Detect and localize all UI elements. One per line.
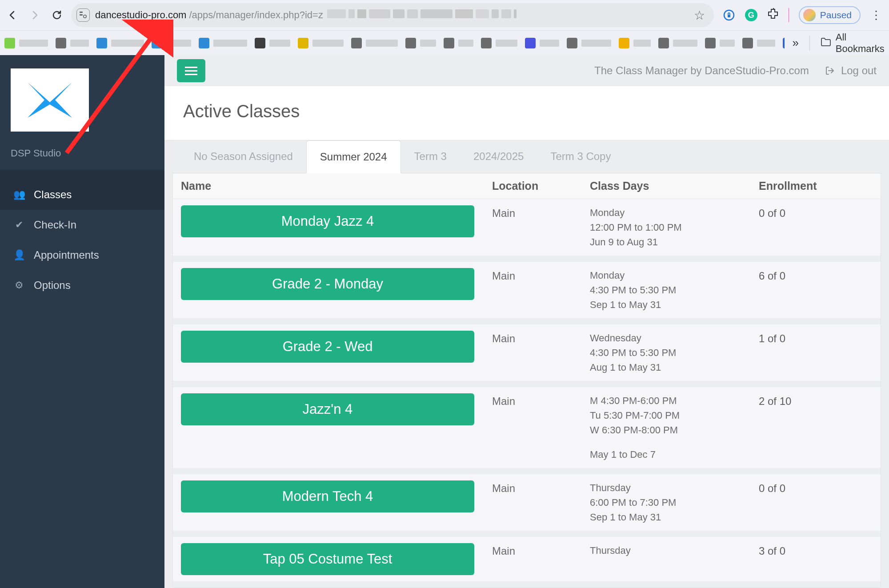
bookmark-item[interactable]	[742, 38, 777, 48]
bookmark-star-icon[interactable]: ☆	[694, 8, 705, 23]
table-row: Monday Jazz 4MainMonday12:00 PM to 1:00 …	[173, 199, 881, 262]
table-row: Tap 05 Costume TestMainThursday3 of 0	[173, 537, 881, 588]
svg-rect-4	[728, 15, 730, 17]
sidebar-item-label: Appointments	[34, 249, 99, 261]
browser-chrome: dancestudio-pro.com/apps/manager/index.p…	[0, 0, 889, 55]
back-button[interactable]	[4, 7, 20, 23]
forward-button[interactable]	[27, 7, 43, 23]
app: DSP Studio 👥Classes✔Check-In👤Appointment…	[0, 55, 889, 588]
privacy-lock-icon[interactable]	[723, 9, 735, 21]
bookmark-item[interactable]	[444, 38, 475, 48]
bookmark-item[interactable]	[351, 38, 399, 48]
bookmark-favicon	[742, 38, 753, 48]
sidebar-item-classes[interactable]: 👥Classes	[0, 180, 164, 210]
class-days-cell: Thursday6:00 PM to 7:30 PMSep 1 to May 3…	[590, 480, 759, 524]
svg-rect-0	[80, 12, 83, 13]
bookmark-favicon	[255, 38, 265, 48]
site-settings-icon[interactable]	[76, 8, 90, 22]
location-cell: Main	[492, 480, 590, 524]
tab-2024-2025[interactable]: 2024/2025	[460, 140, 537, 173]
location-cell: Main	[492, 393, 590, 462]
bookmark-item[interactable]	[255, 38, 292, 48]
bookmark-favicon	[567, 38, 577, 48]
tab-term-3[interactable]: Term 3	[401, 140, 460, 173]
bookmark-item[interactable]	[152, 38, 192, 48]
class-button[interactable]: Grade 2 - Monday	[181, 268, 474, 300]
bookmark-item[interactable]	[199, 38, 248, 48]
bookmark-item[interactable]	[56, 38, 90, 48]
bookmark-favicon	[619, 38, 629, 48]
bookmark-favicon	[783, 38, 785, 48]
sidebar-item-options[interactable]: ⚙Options	[0, 270, 164, 300]
bookmark-item[interactable]	[705, 38, 736, 48]
bookmark-item[interactable]	[298, 38, 345, 48]
bookmark-item[interactable]	[783, 38, 785, 48]
enrollment-cell: 2 of 10	[759, 393, 873, 462]
bookmarks-overflow-chevron-icon[interactable]: »	[793, 36, 799, 50]
profile-paused-pill[interactable]: Paused	[799, 6, 861, 24]
bookmark-item[interactable]	[567, 38, 613, 48]
class-days-cell: Wednesday4:30 PM to 5:30 PMAug 1 to May …	[590, 331, 759, 375]
svg-point-2	[84, 15, 86, 18]
location-cell: Main	[492, 543, 590, 575]
paused-label: Paused	[820, 10, 852, 20]
bookmark-favicon	[4, 38, 15, 48]
toolbar-right-icons: G Paused ⋮	[720, 6, 885, 24]
bookmark-item[interactable]	[525, 38, 561, 48]
reload-button[interactable]	[49, 7, 65, 23]
bookmark-favicon	[351, 38, 362, 48]
bookmark-item[interactable]	[481, 38, 519, 48]
sidebar-item-label: Check-In	[34, 219, 76, 231]
gear-icon: ⚙	[13, 280, 25, 291]
all-bookmarks-button[interactable]: All Bookmarks	[821, 32, 885, 55]
bookmark-item[interactable]	[405, 38, 437, 48]
extensions-icon[interactable]	[767, 8, 779, 22]
class-days-cell: Thursday	[590, 543, 759, 575]
sidebar-item-appointments[interactable]: 👤Appointments	[0, 240, 164, 270]
address-bar[interactable]: dancestudio-pro.com/apps/manager/index.p…	[71, 3, 714, 27]
location-cell: Main	[492, 268, 590, 312]
class-button[interactable]: Monday Jazz 4	[181, 205, 474, 237]
tab-term-3-copy[interactable]: Term 3 Copy	[537, 140, 624, 173]
bookmark-item[interactable]	[619, 38, 652, 48]
bookmarks-bar: » All Bookmarks	[0, 30, 889, 55]
tab-no-season-assigned[interactable]: No Season Assigned	[180, 140, 306, 173]
browser-menu-kebab-icon[interactable]: ⋮	[870, 8, 882, 22]
bookmark-favicon	[152, 38, 162, 48]
main: The Class Manager by DanceStudio-Pro.com…	[164, 55, 889, 588]
studio-logo[interactable]	[11, 68, 89, 132]
svg-rect-1	[80, 14, 83, 16]
classes-table: Name Location Class Days Enrollment Mond…	[172, 173, 881, 588]
bookmark-favicon	[56, 38, 66, 48]
sidebar-item-label: Classes	[34, 188, 72, 201]
brand-text: The Class Manager by DanceStudio-Pro.com	[594, 64, 809, 77]
grammarly-icon[interactable]: G	[745, 9, 757, 21]
table-row: Modern Tech 4MainThursday6:00 PM to 7:30…	[173, 474, 881, 537]
menu-toggle-button[interactable]	[177, 59, 205, 82]
location-cell: Main	[492, 205, 590, 249]
class-days-cell: Monday12:00 PM to 1:00 PMJun 9 to Aug 31	[590, 205, 759, 249]
class-button[interactable]: Grade 2 - Wed	[181, 331, 474, 363]
table-head: Name Location Class Days Enrollment	[173, 173, 881, 199]
enrollment-cell: 1 of 0	[759, 331, 873, 375]
app-topbar: The Class Manager by DanceStudio-Pro.com…	[164, 55, 889, 86]
folder-icon	[821, 37, 831, 49]
bookmark-item[interactable]	[658, 38, 699, 48]
class-button[interactable]: Tap 05 Costume Test	[181, 543, 474, 575]
enrollment-cell: 0 of 0	[759, 480, 873, 524]
tab-summer-2024[interactable]: Summer 2024	[306, 140, 401, 173]
bookmark-item[interactable]	[4, 38, 49, 48]
class-button[interactable]: Modern Tech 4	[181, 480, 474, 512]
bookmark-favicon	[405, 38, 416, 48]
bookmark-item[interactable]	[96, 38, 145, 48]
url-text: dancestudio-pro.com/apps/manager/index.p…	[95, 9, 689, 21]
logout-link[interactable]: Log out	[825, 64, 877, 77]
check-icon: ✔	[13, 219, 25, 231]
hamburger-icon	[185, 70, 197, 72]
sidebar-item-check-in[interactable]: ✔Check-In	[0, 210, 164, 240]
class-button[interactable]: Jazz'n 4	[181, 393, 474, 425]
users-icon: 👥	[13, 189, 25, 200]
enrollment-cell: 0 of 0	[759, 205, 873, 249]
th-name: Name	[181, 180, 492, 192]
bookmark-favicon	[96, 38, 107, 48]
